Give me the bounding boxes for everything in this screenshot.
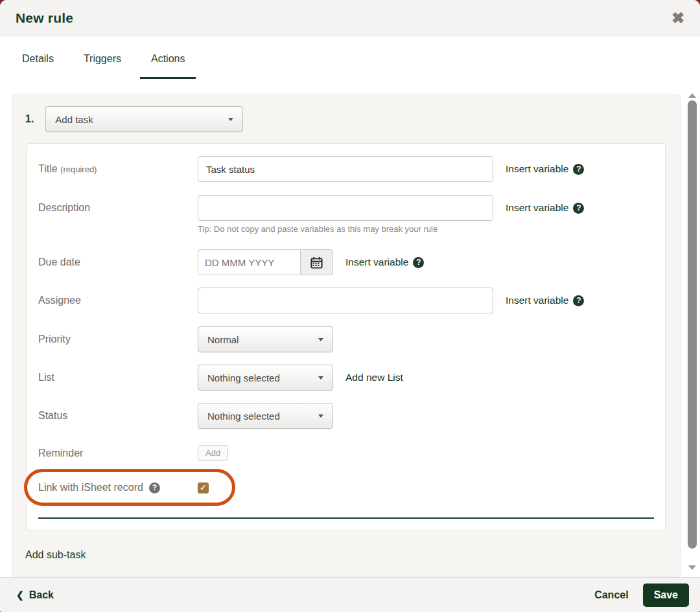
insert-variable-link-description[interactable]: Insert variable ?	[506, 195, 584, 221]
calendar-icon	[310, 256, 323, 269]
chevron-down-icon	[318, 414, 323, 418]
list-select[interactable]: Nothing selected	[198, 365, 333, 391]
chevron-down-icon	[318, 376, 323, 380]
save-button[interactable]: Save	[643, 584, 689, 607]
field-row-description: Description Tip: Do not copy and paste v…	[38, 195, 654, 234]
scroll-down-arrow-icon[interactable]	[688, 565, 696, 570]
insert-variable-link-due-date[interactable]: Insert variable ?	[345, 249, 424, 275]
priority-label: Priority	[38, 326, 198, 352]
priority-select[interactable]: Normal	[198, 326, 333, 352]
list-label: List	[38, 365, 198, 391]
rule-header: 1. Add task	[25, 106, 665, 132]
modal-body: 1. Add task Title (required) Insert vari…	[0, 79, 700, 577]
modal-footer: ❮ Back Cancel Save	[0, 577, 700, 612]
tab-actions[interactable]: Actions	[140, 53, 196, 79]
field-row-title: Title (required) Insert variable ?	[38, 156, 654, 183]
field-row-assignee: Assignee Insert variable ?	[38, 288, 654, 313]
calendar-button[interactable]	[301, 249, 333, 275]
scroll-up-arrow-icon[interactable]	[688, 93, 696, 98]
field-row-list: List Nothing selected Add new List	[38, 365, 654, 391]
description-label: Description	[38, 195, 198, 221]
help-icon[interactable]: ?	[573, 295, 584, 306]
footer-actions: Cancel Save	[594, 584, 689, 607]
back-button[interactable]: ❮ Back	[16, 589, 54, 601]
add-subtask-link[interactable]: Add sub-task	[25, 549, 86, 561]
due-date-input[interactable]	[198, 249, 301, 275]
status-label: Status	[38, 403, 198, 429]
isheet-checkbox[interactable]: ✓	[198, 482, 209, 493]
field-row-reminder: Reminder Add	[38, 440, 654, 466]
reminder-label: Reminder	[38, 440, 198, 466]
field-row-isheet: Link with iSheet record ? ✓	[38, 479, 654, 497]
status-value: Nothing selected	[207, 411, 280, 422]
insert-variable-link-title[interactable]: Insert variable ?	[506, 156, 584, 182]
modal-header: New rule ✖	[0, 0, 700, 36]
task-form-card: Title (required) Insert variable ? Descr…	[27, 143, 666, 530]
action-type-select[interactable]: Add task	[45, 106, 243, 132]
required-suffix: (required)	[60, 164, 97, 174]
assignee-label: Assignee	[38, 288, 198, 313]
reminder-add-button[interactable]: Add	[198, 445, 228, 461]
add-new-list-link[interactable]: Add new List	[345, 365, 403, 391]
card-divider	[38, 517, 654, 519]
modal-title: New rule	[16, 10, 73, 26]
new-rule-modal: New rule ✖ Details Triggers Actions 1. A…	[0, 0, 700, 612]
rule-index: 1.	[25, 113, 34, 125]
list-value: Nothing selected	[207, 372, 280, 383]
field-row-status: Status Nothing selected	[38, 403, 654, 429]
vertical-scrollbar[interactable]	[687, 79, 697, 577]
assignee-input[interactable]	[198, 288, 493, 313]
title-label: Title (required)	[38, 156, 198, 183]
tab-triggers[interactable]: Triggers	[73, 53, 132, 79]
isheet-label: Link with iSheet record ?	[38, 482, 198, 493]
action-type-value: Add task	[55, 114, 93, 125]
priority-value: Normal	[207, 334, 239, 345]
scrollbar-thumb[interactable]	[688, 100, 697, 549]
help-icon[interactable]: ?	[573, 164, 584, 175]
insert-variable-link-assignee[interactable]: Insert variable ?	[506, 288, 584, 313]
chevron-down-icon	[228, 118, 233, 121]
due-date-group	[198, 249, 333, 275]
help-icon[interactable]: ?	[573, 203, 584, 214]
help-icon[interactable]: ?	[149, 482, 160, 493]
title-input[interactable]	[198, 156, 493, 182]
help-icon[interactable]: ?	[413, 257, 424, 268]
chevron-down-icon	[318, 338, 323, 341]
tab-details[interactable]: Details	[11, 53, 65, 79]
field-row-due-date: Due date	[38, 249, 654, 275]
close-icon[interactable]: ✖	[671, 10, 684, 26]
description-tip: Tip: Do not copy and paste variables as …	[198, 224, 493, 234]
chevron-left-icon: ❮	[16, 590, 24, 600]
tab-bar: Details Triggers Actions	[0, 36, 700, 79]
description-input[interactable]	[198, 195, 493, 221]
field-row-priority: Priority Normal	[38, 326, 654, 352]
description-input-col: Tip: Do not copy and paste variables as …	[198, 195, 493, 234]
cancel-button[interactable]: Cancel	[594, 589, 628, 601]
status-select[interactable]: Nothing selected	[198, 403, 333, 429]
rule-container: 1. Add task Title (required) Insert vari…	[12, 94, 681, 577]
due-date-label: Due date	[38, 249, 198, 275]
